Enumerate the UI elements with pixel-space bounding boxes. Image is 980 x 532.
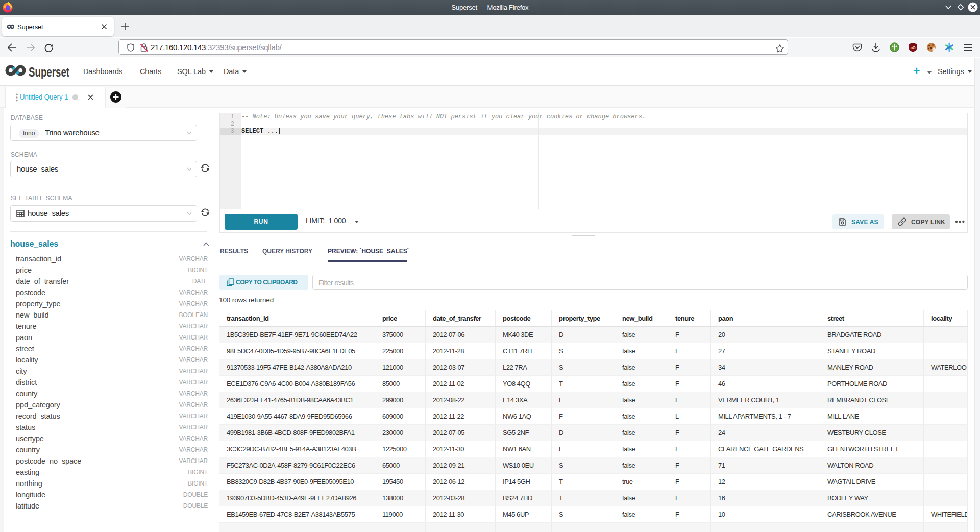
svg-text:uO: uO: [911, 46, 916, 50]
